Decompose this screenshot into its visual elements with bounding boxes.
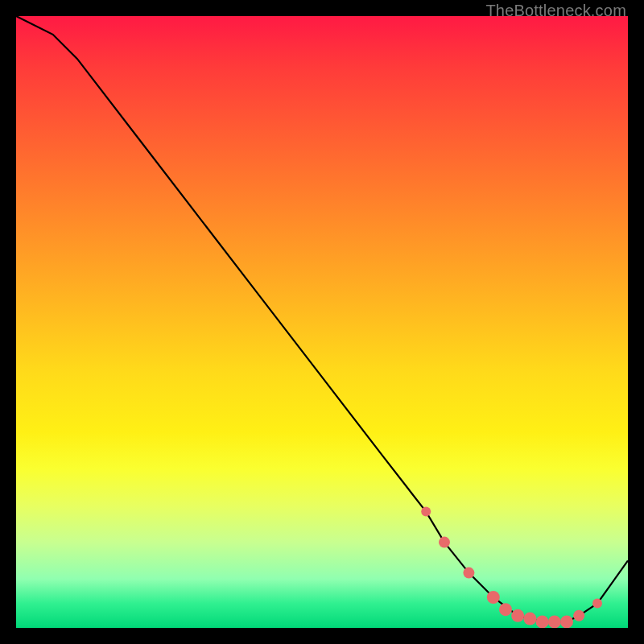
marker-dot — [592, 599, 602, 609]
marker-dot — [439, 537, 450, 548]
chart-svg — [16, 16, 628, 628]
attribution-text: TheBottleneck.com — [485, 2, 626, 20]
bottleneck-curve-line — [16, 16, 628, 621]
marker-dot — [511, 609, 524, 622]
marker-dot — [499, 603, 512, 616]
marker-dot — [560, 615, 573, 628]
highlight-markers — [421, 507, 602, 628]
marker-dot — [523, 613, 536, 625]
marker-dot — [536, 615, 549, 628]
marker-dot — [421, 507, 431, 517]
marker-dot — [548, 615, 561, 628]
marker-dot — [487, 591, 500, 604]
marker-dot — [463, 568, 474, 579]
chart-plot-area — [16, 16, 628, 628]
marker-dot — [573, 610, 584, 621]
